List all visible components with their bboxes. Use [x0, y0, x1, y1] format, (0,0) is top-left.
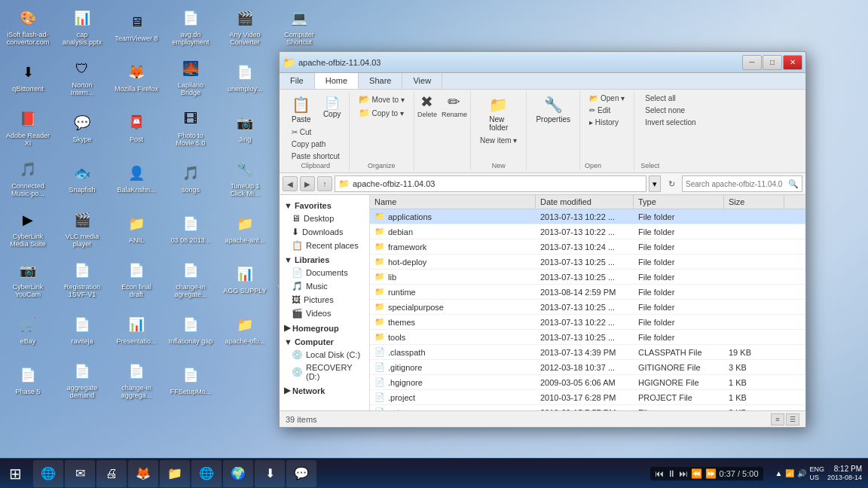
- delete-button[interactable]: ✖ Delete: [417, 93, 437, 118]
- desktop-icon-12[interactable]: 📕 Adobe Reader XI: [4, 105, 52, 150]
- nav-local-disk[interactable]: 💿 Local Disk (C:): [280, 348, 369, 361]
- copy-button[interactable]: 📄 Copy: [319, 94, 346, 120]
- desktop-icon-20[interactable]: 👤 BalaKrishn...: [112, 155, 160, 200]
- table-row[interactable]: 📄 .project 2010-03-17 6:28 PM PROJECT Fi…: [370, 390, 805, 405]
- move-to-button[interactable]: 📂 Move to ▾: [354, 93, 409, 106]
- taskbar-chrome[interactable]: 🌐: [191, 460, 222, 487]
- desktop-icon-10[interactable]: 📄 unemploy...: [221, 54, 269, 99]
- properties-button[interactable]: 🔧 Properties: [530, 93, 576, 127]
- nav-pictures[interactable]: 🖼 Pictures: [280, 293, 369, 307]
- tab-home[interactable]: Home: [315, 73, 359, 89]
- desktop-icon-36[interactable]: 🛒 eBay: [4, 307, 52, 352]
- nav-downloads[interactable]: ⬇ Downloads: [280, 225, 369, 239]
- desktop-icon-32[interactable]: 📄 Econ final draft: [112, 256, 160, 301]
- refresh-button[interactable]: ↻: [663, 175, 680, 192]
- table-row[interactable]: 📁 applications 2013-07-13 10:22 ... File…: [370, 209, 805, 224]
- table-row[interactable]: 📁 hot-deploy 2013-07-13 10:25 ... File f…: [370, 255, 805, 270]
- media-next-button[interactable]: ⏭: [679, 468, 688, 479]
- close-button[interactable]: ✕: [783, 55, 802, 70]
- desktop-icon-38[interactable]: 📊 Presentatio...: [112, 307, 160, 352]
- new-item-button[interactable]: New item ▾: [475, 135, 521, 146]
- desktop-icon-14[interactable]: 📮 Post: [112, 105, 160, 150]
- favorites-section[interactable]: ▼ Favorites: [280, 198, 369, 212]
- table-row[interactable]: 📄 .classpath 2013-07-13 4:39 PM CLASSPAT…: [370, 345, 805, 360]
- media-forward-button[interactable]: ⏩: [705, 468, 717, 479]
- tab-share[interactable]: Share: [359, 73, 402, 89]
- taskbar-torrent[interactable]: ⬇: [255, 460, 285, 487]
- desktop-icon-37[interactable]: 📄 raviteja: [58, 307, 106, 352]
- desktop-icon-16[interactable]: 📷 Jing: [221, 105, 269, 150]
- desktop-icon-45[interactable]: 📄 FFSetupMo...: [167, 357, 215, 402]
- desktop-icon-8[interactable]: 🦊 Mozilla Firefox: [112, 54, 160, 99]
- table-row[interactable]: 📁 themes 2013-07-13 10:22 ... File folde…: [370, 315, 805, 330]
- desktop-icon-22[interactable]: 🔧 TuneUp 1 Click Mi...: [221, 155, 269, 200]
- taskbar-firefox[interactable]: 🦊: [128, 460, 158, 487]
- select-all-button[interactable]: Select all: [640, 93, 680, 104]
- desktop-icon-33[interactable]: 📄 change-in agregate...: [167, 256, 215, 301]
- col-header-date[interactable]: Date modified: [536, 195, 634, 209]
- table-row[interactable]: 📁 debian 2013-07-13 10:22 ... File folde…: [370, 224, 805, 239]
- libraries-section[interactable]: ▼ Libraries: [280, 252, 369, 266]
- taskbar-ie[interactable]: 🌐: [33, 460, 63, 487]
- nav-documents[interactable]: 📄 Documents: [280, 266, 369, 279]
- homegroup-section[interactable]: ▶ Homegroup: [280, 320, 369, 334]
- desktop-icon-28[interactable]: 📁 apache-ant...: [221, 206, 269, 251]
- nav-music[interactable]: 🎵 Music: [280, 279, 369, 293]
- tab-view[interactable]: View: [402, 73, 442, 89]
- desktop-icon-3[interactable]: 📄 avg.dn employment: [167, 4, 215, 49]
- up-button[interactable]: ↑: [317, 176, 332, 191]
- desktop-icon-25[interactable]: 🎬 VLC media player: [58, 206, 106, 251]
- search-input[interactable]: [683, 180, 785, 188]
- desktop-icon-26[interactable]: 📁 ANIL: [112, 206, 160, 251]
- select-none-button[interactable]: Select none: [640, 105, 689, 116]
- desktop-icon-43[interactable]: 📄 aggregate demand: [58, 357, 106, 402]
- paste-shortcut-button[interactable]: Paste shortcut: [287, 151, 344, 162]
- table-row[interactable]: 📄 .gitignore 2012-03-18 10:37 ... GITIGN…: [370, 360, 805, 375]
- edit-button[interactable]: ✏ Edit: [585, 105, 615, 116]
- nav-recent[interactable]: 📋 Recent places: [280, 239, 369, 252]
- copy-path-button[interactable]: Copy path: [287, 139, 344, 150]
- desktop-icon-5[interactable]: 💻 Computer Shortcut: [275, 4, 323, 49]
- nav-desktop[interactable]: 🖥 Desktop: [280, 212, 369, 225]
- desktop-icon-15[interactable]: 🎞 Photo to Movie 5.0: [167, 105, 215, 150]
- computer-section[interactable]: ▼ Computer: [280, 334, 369, 348]
- desktop-icon-19[interactable]: 🐟 Snapfish: [58, 155, 106, 200]
- desktop-icon-1[interactable]: 📊 cap analysis.pptx: [58, 4, 106, 49]
- back-button[interactable]: ◀: [283, 176, 298, 191]
- desktop-icon-0[interactable]: 🎨 iSoft flash-ad-convertor.com: [4, 4, 52, 49]
- table-row[interactable]: 📁 lib 2013-07-13 10:25 ... File folder: [370, 270, 805, 285]
- nav-videos[interactable]: 🎬 Videos: [280, 307, 369, 320]
- table-row[interactable]: 📁 runtime 2013-08-14 2:59 PM File folder: [370, 285, 805, 300]
- search-icon[interactable]: 🔍: [785, 179, 802, 189]
- new-folder-button[interactable]: 📁 Newfolder: [483, 93, 514, 135]
- desktop-icon-30[interactable]: 📷 CyberLink YouCam: [4, 256, 52, 301]
- table-row[interactable]: 📄 ant 2010-09-15 7:57 PM File 2 KB: [370, 405, 805, 410]
- desktop-icon-6[interactable]: ⬇ qBittorrent: [4, 54, 52, 99]
- table-row[interactable]: 📁 framework 2013-07-13 10:24 ... File fo…: [370, 239, 805, 255]
- desktop-icon-42[interactable]: 📄 Phase 5: [4, 357, 52, 402]
- taskbar-hp[interactable]: 🖨: [96, 460, 127, 487]
- taskbar-explorer[interactable]: 📁: [160, 460, 190, 487]
- desktop-icon-24[interactable]: ▶ CyberLink Media Suite: [4, 206, 52, 251]
- address-dropdown[interactable]: ▾: [649, 175, 661, 192]
- history-button[interactable]: ▸ History: [585, 117, 623, 128]
- desktop-icon-40[interactable]: 📁 apache-ofb...: [221, 307, 269, 352]
- col-header-type[interactable]: Type: [634, 195, 724, 209]
- taskbar-skype[interactable]: 💬: [286, 460, 316, 487]
- rename-button[interactable]: ✏ Rename: [442, 93, 467, 118]
- desktop-icon-2[interactable]: 🖥 TeamViewer 8: [112, 4, 160, 49]
- maximize-button[interactable]: □: [763, 55, 782, 70]
- cut-button[interactable]: ✂ Cut: [287, 127, 344, 138]
- table-row[interactable]: 📁 specialpurpose 2013-07-13 10:25 ... Fi…: [370, 300, 805, 315]
- desktop-icon-39[interactable]: 📄 Inflationay gap: [167, 307, 215, 352]
- address-field[interactable]: 📁 apache-ofbiz-11.04.03: [335, 175, 646, 192]
- media-play-button[interactable]: ⏸: [667, 468, 676, 479]
- media-prev-button[interactable]: ⏮: [655, 468, 664, 479]
- table-row[interactable]: 📁 tools 2013-07-13 10:25 ... File folder: [370, 330, 805, 345]
- copy-to-button[interactable]: 📁 Copy to ▾: [354, 106, 409, 120]
- desktop-icon-7[interactable]: 🛡 Norton Intern...: [58, 54, 106, 99]
- desktop-icon-4[interactable]: 🎬 Any Video Converter: [221, 4, 269, 49]
- desktop-icon-31[interactable]: 📄 Registration 1SVF-V1: [58, 256, 106, 301]
- taskbar-mail[interactable]: ✉: [65, 460, 95, 487]
- forward-button[interactable]: ▶: [300, 176, 315, 191]
